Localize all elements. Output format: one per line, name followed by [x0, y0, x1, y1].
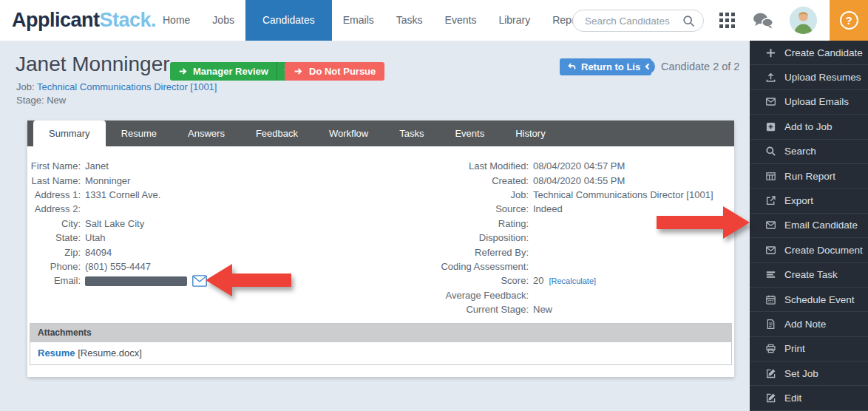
previous-candidate-button[interactable] [640, 59, 655, 74]
nav-item-emails[interactable]: Emails [332, 0, 385, 41]
note-icon [765, 318, 777, 330]
sidebar-item-create-document[interactable]: Create Document [750, 238, 868, 262]
chat-icon[interactable] [753, 13, 773, 29]
chevron-left-icon [644, 63, 651, 70]
tab-resume[interactable]: Resume [106, 120, 172, 146]
nav-item-candidates[interactable]: Candidates [245, 0, 332, 41]
search-icon[interactable] [682, 15, 695, 27]
field-last-modified: Last Modified:08/04/2020 04:57 PM [369, 159, 713, 173]
sidebar-item-label: Create Candidate [784, 47, 863, 58]
apps-grid-icon[interactable] [719, 13, 735, 28]
sidebar-item-label: Email Candidate [784, 220, 858, 231]
nav-item-library[interactable]: Library [487, 0, 541, 41]
tab-summary[interactable]: Summary [33, 120, 106, 146]
sidebar-item-email-candidate[interactable]: Email Candidate [750, 214, 868, 238]
nav-item-home[interactable]: Home [152, 0, 201, 41]
nav-item-tasks[interactable]: Tasks [385, 0, 434, 41]
manager-review-label: Manager Review [193, 66, 268, 77]
field-phone: Phone:(801) 555-4447 [29, 259, 207, 274]
tab-feedback[interactable]: Feedback [240, 120, 313, 146]
upload-icon [765, 72, 777, 84]
job-link[interactable]: Technical Communications Director [1001] [37, 81, 217, 92]
field-job: Job:Technical Communications Director [1… [369, 188, 713, 202]
field-current-stage: Current Stage:New [369, 302, 713, 316]
envelope-icon [765, 244, 777, 256]
job-label: Job: [16, 81, 35, 92]
sidebar-item-create-task[interactable]: Create Task [750, 263, 868, 288]
sidebar-item-label: Create Task [784, 269, 838, 280]
sidebar-item-upload-emails[interactable]: Upload Emails [750, 90, 868, 115]
plus-square-icon [765, 120, 777, 132]
sidebar-item-run-report[interactable]: Run Report [750, 164, 868, 188]
user-avatar[interactable] [790, 7, 817, 34]
candidate-search [572, 10, 704, 32]
sidebar-item-label: Upload Resumes [784, 72, 861, 83]
top-navbar: ApplicantStack. Home Jobs Candidates Ema… [0, 0, 868, 41]
field-source: Source:Indeed [369, 202, 713, 216]
tab-tasks[interactable]: Tasks [384, 120, 439, 146]
question-mark-icon: ? [840, 11, 858, 30]
recalculate-link[interactable]: [Recalculate] [549, 276, 596, 285]
field-score: Score:20[Recalculate] [369, 274, 713, 288]
sidebar-item-add-to-job[interactable]: Add to Job [750, 115, 868, 139]
sidebar-item-print[interactable]: Print [750, 337, 868, 361]
applicantstack-logo[interactable]: ApplicantStack. [12, 9, 156, 32]
stage-line: Stage: New [16, 95, 66, 106]
envelope-icon [765, 96, 777, 108]
sidebar-item-label: Upload Emails [784, 96, 849, 107]
sidebar-item-add-note[interactable]: Add Note [750, 312, 868, 336]
tab-answers[interactable]: Answers [172, 120, 240, 146]
tab-events[interactable]: Events [439, 120, 500, 146]
sidebar-item-edit[interactable]: Edit [750, 386, 868, 410]
search-input[interactable] [585, 11, 677, 30]
field-city: City:Salt Lake City [29, 217, 207, 231]
pencil-square-icon [765, 393, 777, 404]
candidate-summary-card: Summary Resume Answers Feedback Workflow… [27, 120, 734, 377]
send-email-envelope-icon[interactable] [192, 275, 207, 287]
field-address-2: Address 2: [29, 202, 207, 216]
sidebar-item-label: Set Job [784, 368, 818, 379]
pencil-square-icon [765, 367, 777, 379]
tab-bar: Summary Resume Answers Feedback Workflow… [27, 120, 734, 146]
sidebar-item-label: Add to Job [784, 121, 833, 132]
nav-item-events[interactable]: Events [434, 0, 488, 41]
contact-fields: First Name:Janet Last Name:Monninger Add… [29, 159, 207, 288]
sidebar-item-label: Schedule Event [784, 294, 855, 305]
sidebar-item-upload-resumes[interactable]: Upload Resumes [750, 65, 868, 89]
sidebar-item-label: Add Note [784, 319, 826, 330]
manager-review-button[interactable]: Manager Review [170, 62, 277, 81]
action-sidebar: Create Candidate Upload Resumes Upload E… [750, 41, 868, 411]
sidebar-item-schedule-event[interactable]: Schedule Event [750, 288, 868, 312]
return-to-list-label: Return to List [581, 61, 644, 72]
do-not-pursue-button[interactable]: Do Not Pursue [285, 62, 384, 81]
sidebar-item-search[interactable]: Search [750, 140, 868, 164]
field-email: Email: [29, 274, 207, 288]
field-address-1: Address 1:1331 Cornell Ave. [29, 188, 207, 202]
sidebar-item-set-job[interactable]: Set Job [750, 361, 868, 386]
list-icon [765, 269, 777, 281]
return-to-list-button[interactable]: Return to List [560, 58, 651, 75]
sidebar-item-label: Create Document [784, 245, 863, 256]
job-line: Job: Technical Communications Director [… [16, 81, 217, 92]
sidebar-item-label: Search [784, 146, 816, 157]
envelope-icon [765, 220, 777, 231]
sidebar-item-export[interactable]: Export [750, 188, 868, 213]
nav-item-jobs[interactable]: Jobs [201, 0, 245, 41]
tab-history[interactable]: History [500, 120, 560, 146]
sidebar-item-label: Run Report [784, 171, 835, 182]
table-icon [765, 170, 777, 182]
attachments-section: Attachments Resume [Resume.docx] [30, 323, 732, 365]
candidate-name: Janet Monninger [16, 52, 170, 76]
logo-part1: Applicant [12, 9, 100, 31]
export-icon [765, 195, 777, 207]
field-zip: Zip:84094 [29, 245, 207, 259]
search-icon [765, 146, 777, 157]
redacted-email-value [85, 276, 187, 286]
resume-attachment-link[interactable]: Resume [38, 347, 75, 359]
help-button[interactable]: ? [830, 0, 868, 41]
tab-workflow[interactable]: Workflow [313, 120, 384, 146]
sidebar-item-label: Edit [784, 393, 801, 404]
sidebar-item-label: Export [784, 195, 813, 206]
applicantstack-candidate-page: { "colors": { "nav_active_blue": "#2a77b… [0, 0, 868, 411]
sidebar-item-create-candidate[interactable]: Create Candidate [750, 41, 868, 65]
